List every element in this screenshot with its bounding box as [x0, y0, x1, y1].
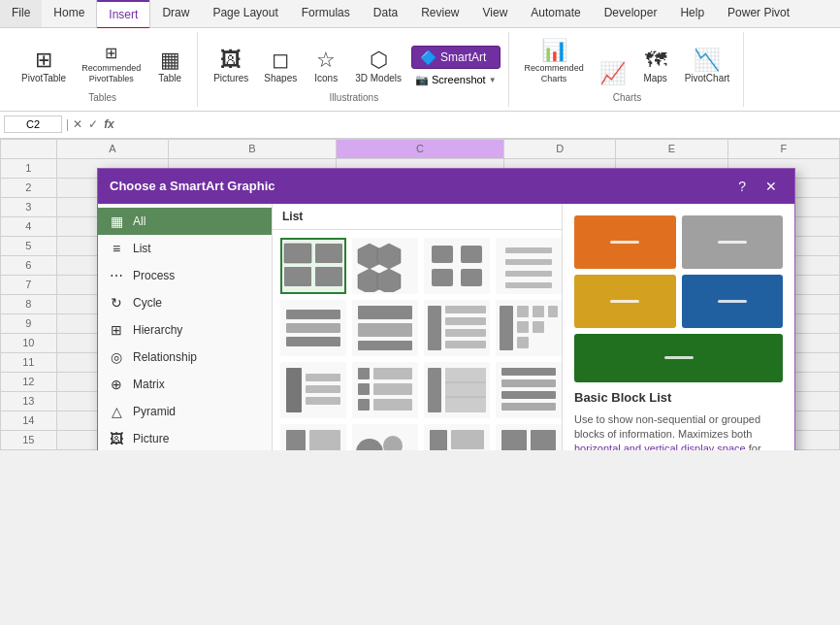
tab-formulas[interactable]: Formulas	[290, 0, 362, 27]
category-item-relationship[interactable]: ◎Relationship	[98, 344, 272, 371]
svg-rect-49	[501, 368, 556, 376]
tab-insert[interactable]: Insert	[96, 0, 150, 28]
chart-thumb-2[interactable]	[424, 238, 490, 294]
svg-rect-35	[286, 368, 302, 412]
svg-rect-23	[428, 306, 441, 350]
icons-button[interactable]: ☆ Icons	[307, 46, 345, 88]
preview-block-2	[682, 215, 784, 269]
category-item-pyramid[interactable]: △Pyramid	[98, 398, 272, 425]
category-item-process[interactable]: ⋯Process	[98, 262, 272, 289]
svg-rect-16	[505, 282, 552, 288]
chart-thumb-4[interactable]	[280, 300, 346, 356]
pivot-chart-icon: 📉	[694, 49, 720, 71]
smartart-icon: 🔷	[420, 49, 436, 65]
screenshot-button[interactable]: 📷 Screenshot ▼	[411, 72, 501, 88]
chart-thumb-12[interactable]	[280, 424, 346, 450]
svg-rect-2	[284, 267, 311, 286]
category-item-all[interactable]: ▦All	[98, 208, 272, 235]
chart-thumb-14[interactable]	[424, 424, 490, 450]
chart-thumb-11[interactable]	[496, 362, 562, 418]
tab-draw[interactable]: Draw	[150, 0, 201, 27]
svg-rect-39	[358, 368, 370, 379]
category-item-matrix[interactable]: ⊕Matrix	[98, 371, 272, 398]
svg-rect-14	[505, 259, 552, 265]
recommended-pivot-icon: ⊞	[105, 46, 117, 61]
chart-thumb-10[interactable]	[424, 362, 490, 418]
cell-reference-input[interactable]	[4, 115, 62, 133]
chart-thumb-15[interactable]	[496, 424, 562, 450]
chart-thumb-6[interactable]	[424, 300, 490, 356]
tab-power-pivot[interactable]: Power Pivot	[716, 0, 801, 27]
bar-chart-button[interactable]: 📈	[594, 59, 632, 88]
category-item-hierarchy[interactable]: ⊞Hierarchy	[98, 316, 272, 344]
recommended-charts-button[interactable]: 📊 Recommended Charts	[519, 36, 590, 88]
chart-thumb-5[interactable]	[352, 300, 418, 356]
chart-grid-area: List	[273, 204, 562, 450]
svg-rect-22	[358, 341, 412, 350]
svg-rect-28	[500, 306, 513, 350]
chart-grid-scroll[interactable]	[273, 230, 562, 450]
pictures-button[interactable]: 🖼 Pictures	[208, 46, 254, 88]
svg-rect-31	[548, 306, 558, 317]
tab-review[interactable]: Review	[409, 0, 470, 27]
tables-group: ⊞ PivotTable ⊞ Recommended PivotTables ▦…	[8, 32, 198, 107]
dialog-controls: ? ✕	[732, 177, 783, 196]
chart-thumb-7[interactable]	[496, 300, 562, 356]
category-item-list[interactable]: ≡List	[98, 235, 272, 262]
svg-rect-36	[306, 374, 340, 381]
dialog-close-button[interactable]: ✕	[759, 177, 783, 196]
category-label-hierarchy: Hierarchy	[133, 323, 182, 337]
dialog-help-button[interactable]: ?	[732, 177, 752, 196]
3d-models-button[interactable]: ⬡ 3D Models	[349, 46, 407, 88]
screenshot-icon: 📷	[415, 74, 429, 86]
pivot-chart-button[interactable]: 📉 PivotChart	[679, 46, 736, 88]
tab-data[interactable]: Data	[362, 0, 409, 27]
svg-rect-20	[358, 306, 412, 319]
preview-dash-5	[664, 356, 694, 359]
chart-thumb-0[interactable]	[280, 238, 346, 294]
3d-models-label: 3D Models	[355, 73, 402, 84]
category-item-picture[interactable]: 🖼Picture	[98, 425, 272, 450]
smartart-button[interactable]: 🔷 SmartArt	[411, 46, 501, 69]
pivot-table-button[interactable]: ⊞ PivotTable	[16, 46, 72, 88]
tab-page-layout[interactable]: Page Layout	[201, 0, 289, 27]
tab-help[interactable]: Help	[668, 0, 716, 27]
shapes-button[interactable]: ◻ Shapes	[258, 46, 303, 88]
dialog-titlebar: Choose a SmartArt Graphic ? ✕	[98, 169, 794, 204]
recommended-pivot-button[interactable]: ⊞ Recommended PivotTables	[76, 42, 146, 88]
category-icon-process: ⋯	[108, 268, 125, 283]
maps-button[interactable]: 🗺 Maps	[636, 46, 675, 88]
chart-grid	[280, 238, 554, 450]
formula-icon-x[interactable]: ✕	[73, 117, 82, 131]
smartart-label: SmartArt	[440, 50, 486, 64]
smartart-dialog: Choose a SmartArt Graphic ? ✕ ▦All≡List⋯…	[97, 168, 795, 450]
category-item-cycle[interactable]: ↻Cycle	[98, 289, 272, 316]
formula-icon-check[interactable]: ✓	[88, 117, 98, 131]
screenshot-dropdown-arrow: ▼	[489, 76, 497, 84]
category-icon-all: ▦	[108, 214, 125, 229]
formula-icons: ✕ ✓ fx	[73, 117, 114, 131]
chart-thumb-8[interactable]	[280, 362, 346, 418]
preview-dash-1	[610, 241, 639, 244]
chart-thumb-9[interactable]	[352, 362, 418, 418]
tab-home[interactable]: Home	[42, 0, 96, 27]
svg-rect-29	[517, 306, 529, 317]
tab-view[interactable]: View	[471, 0, 520, 27]
chart-thumb-13[interactable]	[352, 424, 418, 450]
recommended-charts-icon: 📊	[541, 40, 567, 61]
tab-developer[interactable]: Developer	[593, 0, 669, 27]
svg-rect-18	[286, 323, 340, 333]
preview-desc-link[interactable]: horizontal and vertical display space	[574, 443, 746, 449]
formula-icon-fx[interactable]: fx	[104, 117, 114, 131]
category-icon-list: ≡	[108, 241, 125, 256]
tab-automate[interactable]: Automate	[519, 0, 592, 27]
tab-file[interactable]: File	[0, 0, 42, 27]
chart-thumb-3[interactable]	[496, 238, 562, 294]
chart-thumb-1[interactable]	[352, 238, 418, 294]
table-button[interactable]: ▦ Table	[150, 46, 189, 88]
shapes-label: Shapes	[264, 73, 297, 84]
screenshot-label: Screenshot	[432, 74, 486, 85]
formula-input[interactable]	[118, 115, 836, 133]
category-icon-cycle: ↻	[108, 295, 125, 311]
pictures-label: Pictures	[213, 73, 248, 84]
